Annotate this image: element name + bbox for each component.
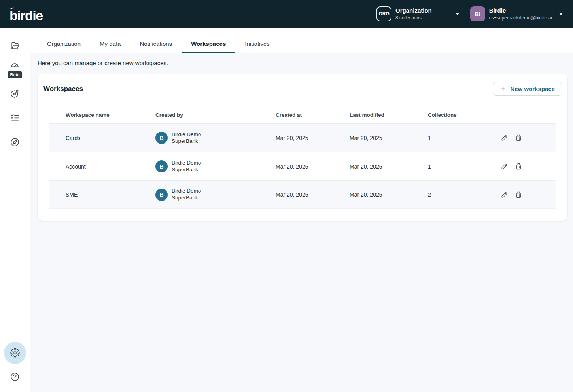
table-row[interactable]: SME B Birdie Demo SuperBank Mar 20, 2025…: [49, 180, 556, 209]
topbar: birdie ORG Organization 8 collections BI…: [0, 0, 573, 28]
workspace-table-body: Cards B Birdie Demo SuperBank Mar 20, 20…: [49, 123, 556, 209]
pencil-icon: [501, 191, 508, 199]
org-badge: ORG: [376, 6, 391, 21]
created-at: Mar 20, 2025: [276, 163, 350, 170]
column-header: Collections: [428, 112, 490, 118]
checklist-icon: [10, 113, 20, 123]
new-workspace-label: New workspace: [510, 85, 555, 92]
delete-workspace-button[interactable]: [514, 133, 523, 142]
column-header: Created at: [276, 112, 350, 118]
user-email: cs+superbankdemo@birdie.ai: [489, 15, 552, 21]
sidebar-item-goals[interactable]: [10, 89, 20, 98]
workspace-name: Cards: [49, 135, 155, 141]
beta-badge: Beta: [8, 71, 23, 78]
column-header: Created by: [155, 112, 276, 118]
created-by-cell: B Birdie Demo SuperBank: [155, 188, 276, 201]
chevron-down-icon: [455, 12, 460, 15]
new-workspace-button[interactable]: New workspace: [493, 82, 562, 96]
tab-my-data[interactable]: My data: [90, 35, 130, 53]
tab-notifications[interactable]: Notifications: [130, 35, 182, 53]
sidebar-item-help[interactable]: [10, 372, 20, 382]
dashboard-gauge-icon: [10, 60, 20, 70]
sidebar-item-dashboard[interactable]: Beta: [8, 60, 23, 78]
created-by-cell: B Birdie Demo SuperBank: [155, 160, 276, 173]
target-icon: [10, 89, 20, 98]
plus-icon: [500, 85, 507, 92]
user-name: Birdie: [489, 7, 552, 14]
collections-count: 1: [428, 135, 490, 141]
org-name: Organization: [395, 7, 432, 14]
table-row[interactable]: Account B Birdie Demo SuperBank Mar 20, …: [49, 152, 556, 180]
folder-icon: [10, 41, 20, 51]
last-modified: Mar 20, 2025: [350, 191, 428, 198]
card-title: Workspaces: [43, 85, 83, 93]
collections-count: 1: [428, 163, 490, 170]
sidebar: Beta: [0, 28, 30, 392]
org-collections-count: 8 collections: [395, 15, 432, 21]
table-header-row: Workspace nameCreated byCreated atLast m…: [49, 106, 556, 123]
column-header: Last modified: [350, 112, 428, 118]
trash-icon: [515, 163, 522, 170]
delete-workspace-button[interactable]: [514, 162, 523, 171]
main-content: OrganizationMy dataNotificationsWorkspac…: [30, 28, 573, 392]
workspaces-card: Workspaces New workspace Workspace nameC…: [38, 74, 567, 221]
last-modified: Mar 20, 2025: [350, 163, 428, 170]
creator-name: Birdie Demo SuperBank: [172, 160, 208, 173]
trash-icon: [515, 191, 522, 199]
sidebar-item-settings[interactable]: [4, 342, 26, 364]
column-header: Workspace name: [49, 112, 155, 118]
compass-icon: [10, 137, 20, 147]
settings-gear-icon: [10, 348, 20, 358]
edit-workspace-button[interactable]: [500, 190, 509, 199]
created-by-cell: B Birdie Demo SuperBank: [155, 131, 276, 145]
sidebar-item-checklist[interactable]: [10, 113, 20, 123]
help-icon: [10, 372, 20, 382]
table-row[interactable]: Cards B Birdie Demo SuperBank Mar 20, 20…: [49, 123, 556, 152]
user-menu[interactable]: BI Birdie cs+superbankdemo@birdie.ai: [470, 6, 564, 21]
trash-icon: [515, 134, 522, 142]
page-description: Here you can manage or create new worksp…: [38, 60, 573, 66]
workspace-name: Account: [49, 163, 155, 170]
sidebar-item-collections[interactable]: [10, 41, 20, 51]
bird-plane-icon: [8, 7, 14, 11]
workspaces-table: Workspace nameCreated byCreated atLast m…: [49, 106, 556, 209]
edit-workspace-button[interactable]: [500, 162, 509, 171]
tab-workspaces[interactable]: Workspaces: [182, 35, 235, 53]
delete-workspace-button[interactable]: [514, 190, 523, 199]
row-actions: [490, 190, 556, 199]
created-at: Mar 20, 2025: [276, 191, 350, 198]
chevron-down-icon: [558, 12, 564, 15]
creator-name: Birdie Demo SuperBank: [172, 131, 208, 145]
pencil-icon: [501, 134, 508, 142]
creator-avatar: B: [155, 160, 168, 172]
row-actions: [490, 162, 556, 171]
settings-tabs: OrganizationMy dataNotificationsWorkspac…: [30, 28, 573, 53]
creator-avatar: B: [155, 189, 168, 201]
sidebar-item-explore[interactable]: [10, 137, 20, 147]
edit-workspace-button[interactable]: [500, 133, 509, 142]
organization-selector[interactable]: ORG Organization 8 collections: [376, 6, 460, 21]
birdie-logo[interactable]: birdie: [9, 6, 43, 22]
creator-name: Birdie Demo SuperBank: [172, 188, 208, 201]
pencil-icon: [501, 163, 508, 170]
tab-initiatives[interactable]: Initiatives: [235, 35, 279, 53]
created-at: Mar 20, 2025: [276, 135, 350, 141]
logo-wordmark: birdie: [9, 6, 43, 22]
row-actions: [490, 133, 556, 142]
last-modified: Mar 20, 2025: [350, 135, 428, 141]
tab-organization[interactable]: Organization: [38, 35, 90, 53]
user-avatar: BI: [470, 6, 485, 21]
creator-avatar: B: [155, 132, 168, 144]
collections-count: 2: [428, 191, 490, 198]
workspace-name: SME: [49, 191, 155, 198]
